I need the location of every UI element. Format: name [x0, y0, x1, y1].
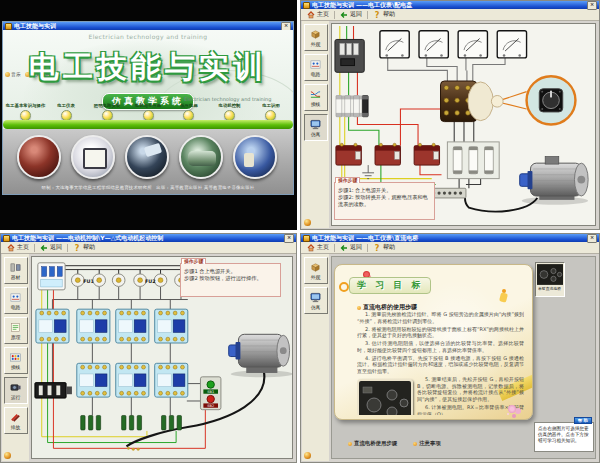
sidebar-item-equipment[interactable]: 器材 [4, 257, 28, 284]
wiring-icon [309, 89, 322, 100]
circuit-icon [309, 59, 322, 70]
run-icon [9, 382, 22, 393]
knife-switch[interactable] [35, 383, 72, 398]
step-line-1: 步骤1 合上电源开关。 [184, 268, 278, 275]
motor [520, 156, 588, 204]
menu-item-motors-transformers[interactable]: 电机与变压器 [128, 102, 169, 121]
close-icon[interactable]: × [587, 234, 597, 243]
step-line-1: 步骤1: 合上电源开关。 [338, 187, 432, 194]
circuit-breaker[interactable] [38, 263, 65, 290]
window-title: 电工技能与实训 ——电动机控制\Y—△式电动机起动控制 [12, 234, 282, 243]
bottom-links: 直流电桥使用步骤 注意事项 [348, 440, 441, 447]
sidebar-item-appearance[interactable]: 外观 [304, 257, 328, 284]
svg-text:?: ? [375, 244, 380, 252]
close-icon[interactable]: × [587, 1, 597, 10]
corner-music-icon[interactable] [304, 219, 311, 226]
sidebar-item-appearance[interactable]: 外观 [304, 24, 328, 51]
menu-item-lighting[interactable]: 照明电路安装 [87, 102, 128, 121]
operation-steps-box: 操作步骤 步骤1 合上电源开关。 步骤2 按动按钮，进行运行操作。 [180, 263, 281, 297]
help-button[interactable]: ? 帮助 [69, 243, 99, 253]
rotary-cam-switch[interactable] [441, 81, 504, 122]
power-breaker[interactable] [335, 39, 364, 72]
screen: 电工技能与实训 × Electrician technology and tra… [0, 0, 600, 463]
corner-music-icon[interactable] [304, 452, 311, 459]
current-transformers [336, 143, 440, 178]
running-figure-decor [498, 289, 508, 303]
close-icon[interactable]: × [284, 234, 294, 243]
analog-meters [380, 31, 527, 58]
sidebar-item-circuit[interactable]: 电路 [4, 287, 28, 314]
fuse-bank [447, 142, 499, 179]
photo-wires [17, 135, 61, 179]
learning-card: 学 习 目 标 直流电桥的使用步骤 1. 测量前先校验检流计指针。即将 G 按钮… [334, 264, 533, 420]
bullet-icon [348, 442, 352, 446]
operation-steps-tab: 操作步骤 [335, 177, 360, 183]
step-line-2: 步骤2 按动按钮，进行运行操作。 [184, 275, 278, 282]
home-icon [307, 11, 315, 19]
precautions-link[interactable]: 注意事项 [413, 440, 441, 447]
device-thumbnail-button[interactable]: 单臂直流电桥 [535, 262, 565, 297]
meter-toolbar: 主页 返回 ? 帮助 [301, 9, 599, 21]
corner-music-icon[interactable] [4, 452, 11, 459]
help-icon: ? [73, 244, 81, 252]
menu-item-basics[interactable]: 电工基本常识与操作 [5, 102, 46, 121]
bridge-toolbar: 主页 返回 ? 帮助 [301, 242, 599, 254]
bridge-sidebar: 外观 仿真 [302, 254, 329, 461]
menu-item-instruments[interactable]: 电工仪表 [46, 102, 87, 121]
pushbutton-station[interactable]: SB1 SB2 [200, 377, 220, 410]
menu-item-lowvoltage[interactable]: 低压电器 [168, 102, 209, 121]
sidebar-item-simulation[interactable]: 仿真 [304, 287, 328, 314]
sidebar-item-wiring[interactable]: 接线 [304, 84, 328, 111]
panel-splash: 电工技能与实训 × Electrician technology and tra… [0, 0, 297, 230]
help-button[interactable]: ? 帮助 [369, 10, 399, 20]
help-icon: ? [373, 11, 381, 19]
home-button[interactable]: 主页 [303, 243, 333, 253]
learning-goal-heading: 学 习 目 标 [349, 277, 431, 294]
help-tab: 帮 助 [574, 417, 592, 424]
sidebar-item-run[interactable]: 运行 [4, 377, 28, 404]
box-icon [309, 29, 322, 40]
operation-steps-tab: 操作步骤 [181, 258, 206, 264]
window-title: 电工技能与实训 ——电工仪表\配电盘 [312, 1, 585, 10]
magnifier-callout [503, 76, 575, 124]
meter-canvas: 操作步骤 步骤1: 合上电源开关。 步骤2: 按动转换开关，观察电压表和电流表的… [331, 23, 596, 226]
splash-body: Electrician technology and training 音乐 相… [3, 30, 293, 194]
fuse-links [336, 96, 368, 117]
panel-dc-bridge: 电工技能与实训 ——电工仪表\直流电桥 × 主页 返回 ? 帮助 [300, 233, 600, 463]
help-button[interactable]: ? 帮助 [369, 243, 399, 253]
app-icon [303, 2, 310, 9]
fuse-row: FU1 FU2 [71, 274, 187, 287]
bridge-main-area: 学 习 目 标 直流电桥的使用步骤 1. 测量前先校验检流计指针。即将 G 按钮… [331, 256, 596, 459]
parts-icon [9, 262, 22, 273]
app-icon [3, 235, 10, 242]
repair-icon [9, 412, 22, 423]
sidebar-item-schematic[interactable]: 原理 [4, 317, 28, 344]
photo-parts [233, 135, 277, 179]
back-button[interactable]: 返回 [336, 243, 366, 253]
sidebar-item-troubleshoot[interactable]: 排故 [4, 407, 28, 434]
sidebar-item-simulation[interactable]: 仿真 [304, 114, 328, 141]
home-button[interactable]: 主页 [303, 10, 333, 20]
heading-ring-icon [339, 282, 349, 292]
sidebar-item-wiring[interactable]: 接线 [4, 347, 28, 374]
monitor-icon [309, 119, 322, 130]
back-button[interactable]: 返回 [36, 243, 66, 253]
sb2-label: SB2 [207, 404, 214, 408]
box-icon [309, 262, 322, 273]
app-title: 电工技能与实训 [3, 52, 293, 82]
photo-motor [179, 135, 223, 179]
help-text: 点击右侧图片可选择您要仿真的器件。点击下方按钮可学习相关知识。 [538, 426, 591, 444]
motor-titlebar: 电工技能与实训 ——电动机控制\Y—△式电动机起动控制 × [1, 234, 296, 242]
product-band: 研制：大连海事大学信息工程学院信息教育技术研究所 出版：高等教育出版社 高等教育… [3, 129, 293, 194]
home-button[interactable]: 主页 [3, 243, 33, 253]
operation-steps-box: 操作步骤 步骤1: 合上电源开关。 步骤2: 按动转换开关，观察电压表和电流表的… [334, 182, 435, 220]
back-button[interactable]: 返回 [336, 10, 366, 20]
menu-item-diagram-reading[interactable]: 电工识图 [250, 102, 291, 121]
meter-titlebar: 电工技能与实训 ——电工仪表\配电盘 × [301, 1, 599, 9]
sidebar-item-circuit[interactable]: 电路 [304, 54, 328, 81]
usage-steps-link[interactable]: 直流电桥使用步骤 [348, 440, 397, 447]
menu-item-motor-control[interactable]: 电动机控制 [209, 102, 250, 121]
home-icon [7, 244, 15, 252]
panel-meter-wiring: 电工技能与实训 ——电工仪表\配电盘 × 主页 返回 ? 帮助 [300, 0, 600, 230]
usage-step: 2. 将被测电阻用较粗较短的铜导线接于面板上标有“RX”的两接线柱上并拧紧，使其… [357, 326, 524, 340]
